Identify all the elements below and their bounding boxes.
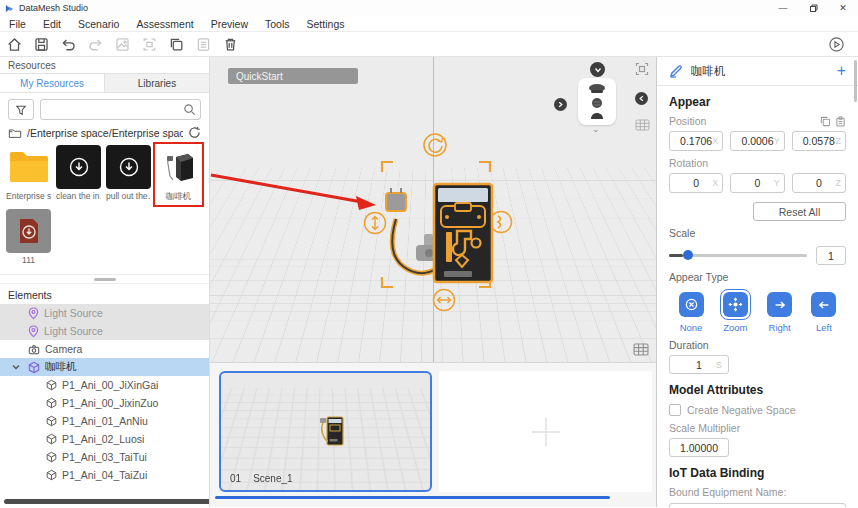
list-icon[interactable] [195,36,212,53]
rotation-x-input[interactable]: 0X [669,173,723,193]
scale-slider-thumb[interactable] [683,250,693,260]
open-binding-panel-button[interactable]: Open the Binding Panel [669,503,846,507]
model-preview-front [589,97,605,121]
menu-edit[interactable]: Edit [43,18,61,30]
redo-icon[interactable] [87,36,104,53]
resource-grid-row2: 111 [0,206,209,268]
tab-libraries[interactable]: Libraries [105,74,209,92]
resource-item-111[interactable]: 111 [6,209,51,265]
image-icon[interactable] [114,36,131,53]
appear-type-right[interactable]: Right [760,289,800,333]
menu-tools[interactable]: Tools [265,18,290,30]
view-chevron-right-button[interactable] [554,98,567,111]
close-button[interactable]: ✕ [828,0,858,16]
menu-file[interactable]: File [9,18,26,30]
search-input[interactable] [41,101,200,120]
grid-menu-icon[interactable] [633,343,649,356]
appear-type-left[interactable]: Left [804,289,844,333]
duration-input[interactable]: 1S [669,355,729,374]
grid-toggle-icon[interactable] [635,119,650,131]
reset-all-button[interactable]: Reset All [753,202,846,221]
tree-item-ani-03-taitui[interactable]: P1_Ani_03_TaiTui [0,448,209,466]
camera-icon [28,344,40,355]
panel-splitter[interactable] [0,274,209,284]
undo-icon[interactable] [60,36,77,53]
paste-transform-icon[interactable] [835,116,846,127]
viewport-3d[interactable]: QuickStart ⌄ [210,57,656,363]
quickstart-label[interactable]: QuickStart [228,68,358,84]
toolbar [0,32,858,57]
resources-panel: Resources My Resources Libraries /Enterp… [0,57,210,507]
tree-item-ani-00-jixingai[interactable]: P1_Ani_00_JiXinGai [0,376,209,394]
scale-multiplier-input[interactable]: 1.00000 [669,438,729,457]
filter-button[interactable] [8,99,34,120]
scale-value-input[interactable]: 1 [816,246,846,265]
play-button[interactable] [828,36,845,53]
menu-preview[interactable]: Preview [211,18,248,30]
coffee-machine-model[interactable] [362,131,514,313]
maximize-button[interactable] [798,0,828,16]
appear-type-zoom[interactable]: Zoom [715,289,755,333]
light-source-icon [28,307,39,320]
negative-space-checkbox[interactable] [669,404,681,416]
view-chevron-left-button[interactable] [635,92,648,105]
tree-horizontal-scrollbar[interactable] [4,499,209,504]
tree-item-light-source-2[interactable]: Light Source [0,322,209,340]
home-icon[interactable] [6,36,23,53]
scene-card-1[interactable]: 01 Scene_1 [219,371,432,492]
fit-view-icon[interactable] [141,36,158,53]
menu-assessment[interactable]: Assessment [136,18,193,30]
tree-item-ani-02-luosi[interactable]: P1_Ani_02_Luosi [0,430,209,448]
delete-icon[interactable] [222,36,239,53]
inspector-panel: 咖啡机 + Appear Position 0.1706X 0.0006Y 0.… [656,57,858,507]
edit-icon[interactable] [669,64,683,78]
position-y-input[interactable]: 0.0006Y [730,131,784,151]
rotation-z-input[interactable]: 0Z [792,173,846,193]
rotation-y-input[interactable]: 0Y [730,173,784,193]
tree-item-ani-00-jixinzuo[interactable]: P1_Ani_00_JixinZuo [0,394,209,412]
resource-item-folder[interactable]: Enterprise s… [6,145,51,203]
tab-my-resources[interactable]: My Resources [0,74,105,92]
menu-bar: File Edit Scenario Assessment Preview To… [0,16,858,32]
copy-transform-icon[interactable] [820,116,831,127]
refresh-icon[interactable] [188,126,201,139]
menu-scenario[interactable]: Scenario [78,18,119,30]
tree-item-ani-01-anniu[interactable]: P1_Ani_01_AnNiu [0,412,209,430]
scene-mini-machine [317,413,347,449]
resource-item-clean[interactable]: clean the in… [56,145,101,203]
scene-strip-scrollbar[interactable] [215,496,610,499]
tree-item-coffee-machine[interactable]: 咖啡机 [0,358,209,376]
add-scene-card[interactable] [439,371,652,492]
add-component-button[interactable]: + [837,63,846,79]
scale-slider[interactable] [669,254,807,257]
resources-header: Resources [0,57,209,73]
elements-tree: Light Source Light Source Camera 咖啡机 P1_… [0,304,209,507]
view-chevron-down-button[interactable] [590,62,605,77]
frame-select-icon[interactable] [635,62,649,76]
chevron-down-icon[interactable] [12,363,20,371]
tree-item-camera[interactable]: Camera [0,340,209,358]
duration-label: Duration [669,339,709,351]
position-z-input[interactable]: 0.0578Z [792,131,846,151]
view-more-dots[interactable]: ⌄ [592,124,601,134]
coffee-machine-icon [162,149,196,185]
title-bar: DataMesh Studio — ✕ [0,0,858,16]
appear-heading: Appear [669,95,846,109]
menu-settings[interactable]: Settings [307,18,345,30]
view-preview-card[interactable] [578,78,616,125]
breadcrumb-path[interactable]: /Enterprise space/Enterprise space [27,127,183,139]
save-icon[interactable] [33,36,50,53]
inspector-scrollbar[interactable] [854,60,857,102]
tree-item-ani-04-taizui[interactable]: P1_Ani_04_TaiZui [0,466,209,484]
resource-item-pullout[interactable]: pull out the… [106,145,151,203]
copy-icon[interactable] [168,36,185,53]
tree-item-light-source-1[interactable]: Light Source [0,304,209,322]
negative-space-label: Create Negative Space [687,404,796,416]
app-logo-icon [5,4,14,13]
position-x-input[interactable]: 0.1706X [669,131,723,151]
resource-item-coffee-machine[interactable]: 咖啡机 [156,145,201,203]
minimize-button[interactable]: — [768,0,798,16]
search-box [40,99,201,120]
rotate-handle-icon [424,134,446,156]
appear-type-none[interactable]: None [671,289,711,333]
